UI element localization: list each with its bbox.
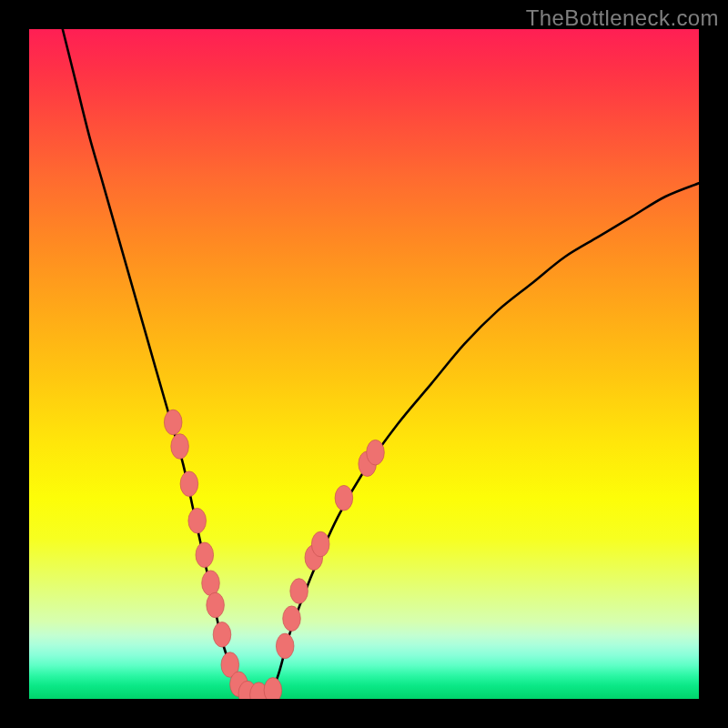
curve-marker — [188, 508, 207, 533]
curve-marker — [367, 440, 385, 465]
curve-marker — [213, 622, 231, 648]
watermark-text: TheBottleneck.com — [526, 5, 719, 31]
chart-frame: TheBottleneck.com — [0, 0, 728, 728]
curve-marker — [171, 434, 189, 460]
curve-marker — [283, 606, 301, 632]
curve-marker — [276, 633, 294, 659]
curve-marker — [290, 579, 308, 604]
curve-marker — [207, 592, 225, 618]
curve-markers — [164, 410, 384, 699]
bottleneck-curve-svg — [29, 29, 699, 699]
curve-marker — [164, 410, 182, 435]
bottleneck-curve — [63, 29, 699, 699]
curve-marker — [180, 471, 198, 497]
plot-area — [29, 29, 699, 699]
curve-marker — [264, 678, 282, 699]
curve-marker — [202, 571, 220, 596]
curve-marker — [335, 485, 353, 511]
curve-marker — [311, 531, 329, 557]
curve-marker — [196, 542, 214, 568]
